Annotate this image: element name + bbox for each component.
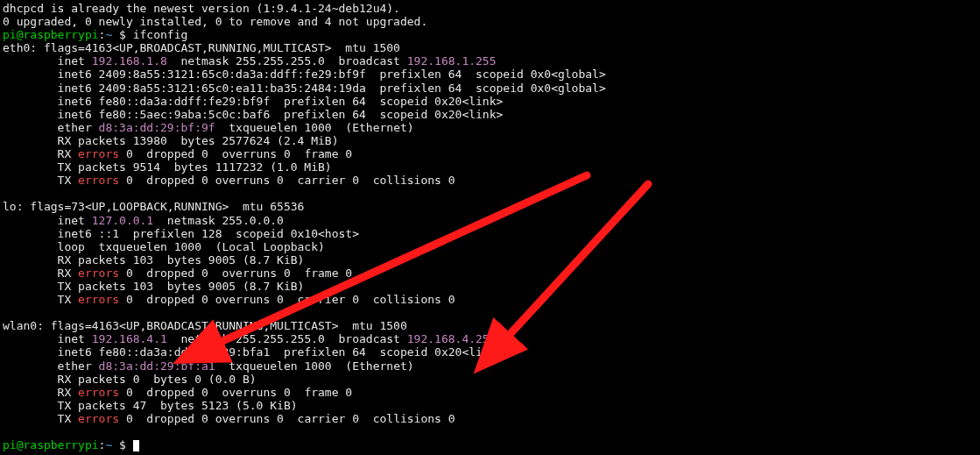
wlan0-broadcast: 192.168.4.255 — [407, 332, 497, 345]
lo-tx-errors-word: errors — [78, 293, 119, 306]
eth0-rx-errors-pre: RX — [3, 147, 78, 160]
cursor[interactable] — [133, 440, 139, 451]
lo-inet-label: inet — [3, 214, 92, 227]
apt-line-1: dhcpcd is already the newest version (1:… — [3, 2, 400, 15]
lo-inet-ip: 127.0.0.1 — [92, 214, 153, 227]
lo-tx-errors-pre: TX — [3, 293, 78, 306]
eth0-inet-mid: netmask 255.255.255.0 broadcast — [167, 54, 407, 68]
wlan0-ether-post: txqueuelen 1000 (Ethernet) — [215, 359, 414, 373]
prompt-user-2: pi — [3, 438, 17, 451]
wlan0-tx-packets: TX packets 47 bytes 5123 (5.0 KiB) — [3, 399, 298, 412]
eth0-broadcast: 192.168.1.255 — [407, 54, 497, 68]
lo-header: lo: flags=73<UP,LOOPBACK,RUNNING> mtu 65… — [3, 200, 304, 213]
wlan0-inet-mid: netmask 255.255.255.0 broadcast — [167, 332, 407, 345]
terminal-output: dhcpcd is already the newest version (1:… — [0, 0, 980, 453]
wlan0-rx-errors-pre: RX — [3, 386, 78, 399]
eth0-tx-packets: TX packets 9514 bytes 1117232 (1.0 MiB) — [3, 160, 332, 174]
wlan0-tx-errors-pre: TX — [3, 412, 78, 425]
prompt-path: ~ — [105, 28, 112, 41]
wlan0-rx-errors-word: errors — [78, 386, 119, 399]
eth0-ether-post: txqueuelen 1000 (Ethernet) — [215, 121, 414, 134]
command-ifconfig: ifconfig — [133, 28, 188, 41]
lo-tx-errors-post: 0 dropped 0 overruns 0 carrier 0 collisi… — [119, 293, 455, 306]
wlan0-rx-errors-post: 0 dropped 0 overruns 0 frame 0 — [119, 386, 352, 399]
prompt-host: raspberrypi — [23, 28, 98, 41]
prompt-symbol: $ — [119, 28, 126, 41]
apt-line-2: 0 upgraded, 0 newly installed, 0 to remo… — [3, 15, 427, 28]
lo-inet-post: netmask 255.0.0.0 — [153, 214, 284, 227]
wlan0-mac: d8:3a:dd:29:bf:a1 — [99, 359, 215, 373]
wlan0-inet-ip: 192.168.4.1 — [92, 332, 167, 345]
eth0-inet6-b: inet6 2409:8a55:3121:65c0:ea11:ba35:2484… — [3, 82, 606, 95]
wlan0-inet6: inet6 fe80::da3a:ddff:fe29:bfa1 prefixle… — [3, 345, 503, 359]
wlan0-rx-packets: RX packets 0 bytes 0 (0.0 B) — [3, 373, 257, 386]
eth0-rx-errors-post: 0 dropped 0 overruns 0 frame 0 — [119, 147, 352, 160]
eth0-inet-label: inet — [3, 54, 92, 68]
lo-tx-packets: TX packets 103 bytes 9005 (8.7 KiB) — [3, 280, 304, 293]
eth0-tx-errors-word: errors — [78, 174, 119, 187]
eth0-tx-errors-pre: TX — [3, 174, 78, 187]
eth0-inet-ip: 192.168.1.8 — [92, 54, 167, 68]
lo-inet6: inet6 ::1 prefixlen 128 scopeid 0x10<hos… — [3, 227, 359, 240]
wlan0-header: wlan0: flags=4163<UP,BROADCAST,RUNNING,M… — [3, 319, 407, 332]
prompt-path-2: ~ — [105, 438, 112, 451]
wlan0-inet-label: inet — [3, 332, 92, 345]
lo-rx-errors-post: 0 dropped 0 overruns 0 frame 0 — [119, 267, 352, 280]
eth0-tx-errors-post: 0 dropped 0 overruns 0 carrier 0 collisi… — [119, 174, 455, 187]
prompt-host-2: raspberrypi — [23, 438, 98, 451]
lo-rx-errors-word: errors — [78, 267, 119, 280]
wlan0-tx-errors-post: 0 dropped 0 overruns 0 carrier 0 collisi… — [119, 412, 455, 425]
eth0-inet6-d: inet6 fe80::5aec:9aba:5c0c:baf6 prefixle… — [3, 108, 503, 121]
wlan0-tx-errors-word: errors — [78, 412, 119, 425]
prompt-user: pi — [3, 28, 17, 41]
eth0-inet6-a: inet6 2409:8a55:3121:65c0:da3a:ddff:fe29… — [3, 68, 606, 81]
lo-rx-packets: RX packets 103 bytes 9005 (8.7 KiB) — [3, 253, 304, 267]
eth0-ether-label: ether — [3, 121, 99, 134]
lo-rx-errors-pre: RX — [3, 267, 78, 280]
eth0-rx-errors-word: errors — [78, 147, 119, 160]
eth0-mac: d8:3a:dd:29:bf:9f — [99, 121, 215, 134]
eth0-header: eth0: flags=4163<UP,BROADCAST,RUNNING,MU… — [3, 41, 400, 54]
wlan0-ether-label: ether — [3, 359, 99, 373]
prompt-symbol-2: $ — [119, 438, 126, 451]
lo-loop: loop txqueuelen 1000 (Local Loopback) — [3, 240, 325, 253]
eth0-rx-packets: RX packets 13980 bytes 2577624 (2.4 MiB) — [3, 134, 339, 147]
eth0-inet6-c: inet6 fe80::da3a:ddff:fe29:bf9f prefixle… — [3, 95, 503, 108]
